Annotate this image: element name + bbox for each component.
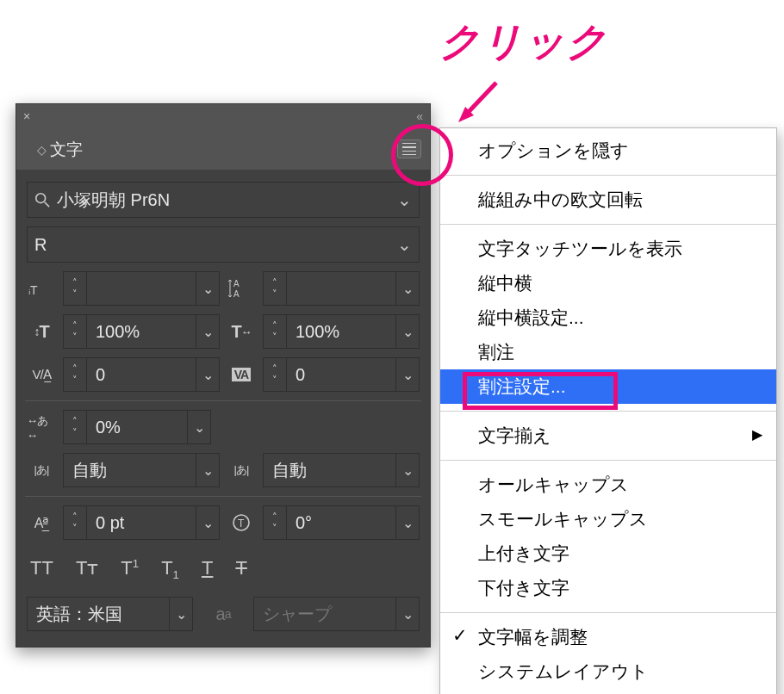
menu-separator [440, 175, 776, 176]
font-size-field[interactable]: ˄˅ ⌄ [63, 271, 220, 306]
superscript-button[interactable]: T1 [121, 557, 139, 581]
leading-field[interactable]: ˄˅ ⌄ [263, 271, 420, 306]
font-size-icon: ᵢT [27, 279, 56, 298]
character-panel: × « ◇ 文字 小塚明朝 Pr6N ⌄ R ⌄ [16, 103, 431, 648]
kerning-value: 0 [87, 358, 196, 391]
menu-item[interactable]: 縦中横設定... [440, 301, 776, 335]
menu-item-label: 文字タッチツールを表示 [478, 239, 682, 258]
tsume-icon: ↔あ↔ [27, 413, 56, 442]
aki-after-value: 自動 [264, 454, 395, 486]
menu-item[interactable]: 上付き文字 [440, 536, 776, 571]
menu-item-label: 文字揃え [478, 425, 551, 445]
horizontal-scale-value: 100% [287, 315, 395, 348]
kerning-icon: V/A̲ [27, 367, 56, 382]
check-icon: ✓ [452, 625, 468, 646]
tracking-field[interactable]: ˄˅ 0 ⌄ [263, 357, 420, 392]
aki-after-icon: |あ| [227, 462, 256, 478]
svg-line-3 [45, 202, 49, 207]
menu-item-label: 割注設定... [478, 376, 566, 396]
menu-item[interactable]: 縦組み中の欧文回転 [440, 183, 776, 217]
aki-before-field[interactable]: 自動 ⌄ [63, 453, 220, 487]
panel-menu-button[interactable] [397, 139, 421, 158]
menu-separator [440, 224, 776, 225]
underline-button[interactable]: T [202, 557, 213, 581]
tab-character[interactable]: ◇ 文字 [25, 132, 95, 169]
kerning-field[interactable]: ˄˅ 0 ⌄ [63, 357, 220, 392]
antialias-icon: aa [208, 604, 238, 624]
menu-item[interactable]: 文字タッチツールを表示 [440, 232, 776, 266]
svg-text:ᵢT: ᵢT [28, 283, 38, 297]
all-caps-button[interactable]: TT [30, 557, 53, 581]
menu-item-label: 割注 [478, 342, 514, 362]
menu-item[interactable]: 文字幅を調整✓ [440, 620, 776, 654]
antialias-dropdown: シャープ ⌄ [253, 597, 420, 631]
horizontal-scale-field[interactable]: ˄˅ 100% ⌄ [263, 314, 420, 349]
panel-titlebar: × « [16, 104, 430, 128]
svg-text:T: T [238, 517, 245, 530]
baseline-shift-icon: Aª̲ [27, 515, 56, 531]
menu-item-label: オプションを隠す [478, 140, 629, 160]
aki-before-value: 自動 [64, 454, 196, 486]
panel-flyout-menu: オプションを隠す縦組み中の欧文回転文字タッチツールを表示縦中横縦中横設定...割… [439, 127, 777, 694]
menu-item-label: 縦組み中の欧文回転 [478, 189, 643, 209]
font-family-dropdown[interactable]: 小塚明朝 Pr6N ⌄ [27, 182, 420, 218]
menu-item[interactable]: システムレイアウト [440, 654, 776, 689]
rotation-icon: T [227, 512, 256, 533]
font-style-value: R [34, 235, 47, 255]
menu-item-label: 縦中横設定... [478, 307, 584, 327]
menu-item-label: 上付き文字 [478, 543, 569, 563]
menu-item[interactable]: 縦中横 [440, 266, 776, 301]
rotation-value: 0° [287, 506, 395, 539]
font-style-dropdown[interactable]: R ⌄ [27, 226, 420, 263]
aki-before-icon: |あ| [27, 462, 56, 478]
baseline-shift-value: 0 pt [87, 506, 196, 539]
chevron-down-icon: ⌄ [397, 234, 412, 255]
svg-text:A: A [233, 279, 240, 288]
tsume-field[interactable]: ˄˅ 0% ⌄ [63, 410, 211, 444]
tsume-value: 0% [87, 411, 187, 443]
horizontal-scale-icon: T↔ [227, 322, 256, 342]
subscript-button[interactable]: T1 [161, 557, 179, 581]
strikethrough-button[interactable]: T [235, 557, 246, 581]
menu-item-label: スモールキャップス [478, 509, 648, 529]
vertical-scale-value: 100% [87, 315, 196, 348]
svg-line-0 [465, 83, 496, 115]
tab-toggle-icon: ◇ [37, 143, 47, 157]
menu-item[interactable]: 文字揃え▶ [440, 418, 776, 453]
vertical-scale-icon: ↕T [27, 322, 56, 342]
svg-text:A: A [233, 289, 240, 299]
aki-after-field[interactable]: 自動 ⌄ [263, 453, 420, 487]
character-style-buttons: TT Tᴛ T1 T1 T T [27, 548, 420, 585]
menu-item[interactable]: オールキャップス [440, 468, 776, 502]
baseline-shift-field[interactable]: ˄˅ 0 pt ⌄ [63, 505, 220, 540]
menu-item-label: オールキャップス [478, 474, 629, 494]
tracking-icon: VA [227, 368, 256, 381]
panel-tab-row: ◇ 文字 [16, 128, 430, 170]
panel-body: 小塚明朝 Pr6N ⌄ R ⌄ ᵢT ˄˅ ⌄ [16, 170, 430, 647]
language-dropdown[interactable]: 英語：米国 ⌄ [27, 597, 193, 631]
tab-label: 文字 [50, 139, 83, 161]
small-caps-button[interactable]: Tᴛ [76, 557, 98, 581]
close-icon[interactable]: × [23, 109, 30, 123]
menu-separator [440, 460, 776, 461]
menu-item[interactable]: オプションを隠す [440, 133, 776, 168]
menu-item-label: 文字幅を調整 [478, 627, 588, 647]
menu-item[interactable]: 割注設定... [440, 369, 776, 404]
menu-item[interactable]: スモールキャップス [440, 502, 776, 536]
chevron-down-icon: ⌄ [397, 189, 412, 210]
vertical-scale-field[interactable]: ˄˅ 100% ⌄ [63, 314, 220, 349]
annotation-arrow [457, 79, 500, 122]
language-value: 英語：米国 [28, 598, 169, 630]
leading-value [287, 272, 395, 305]
rotation-field[interactable]: ˄˅ 0° ⌄ [263, 505, 420, 540]
font-family-value: 小塚明朝 Pr6N [57, 189, 170, 212]
menu-item-label: 縦中横 [478, 273, 532, 293]
collapse-icon[interactable]: « [416, 109, 423, 123]
menu-item[interactable]: 下付き文字 [440, 571, 776, 605]
menu-item[interactable]: 割注 [440, 335, 776, 369]
search-icon [34, 192, 50, 208]
menu-item-label: システムレイアウト [478, 661, 649, 681]
leading-icon: AA [227, 278, 256, 299]
font-size-value [87, 272, 196, 305]
tracking-value: 0 [287, 358, 395, 391]
